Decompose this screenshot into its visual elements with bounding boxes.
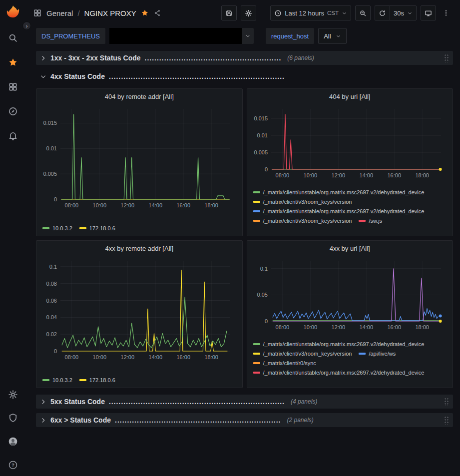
legend-item[interactable]: /_matrix/client/r0/sync: [253, 360, 316, 367]
dashboard-row-4xx[interactable]: 4xx Status Code ........................…: [36, 69, 453, 83]
sidebar-item-dashboards[interactable]: [8, 82, 18, 92]
legend-label: /sw.js: [369, 217, 382, 224]
breadcrumb-folder[interactable]: General: [46, 9, 73, 17]
legend-item[interactable]: /_matrix/client/v3/room_keys/version: [253, 217, 352, 224]
user-avatar-icon: [8, 437, 18, 447]
panel-title[interactable]: 404 by uri [All]: [247, 89, 453, 104]
svg-text:10:00: 10:00: [303, 172, 317, 178]
svg-text:10:00: 10:00: [93, 202, 107, 208]
legend-item[interactable]: 10.0.3.2: [42, 377, 72, 384]
dashboard-content: 1xx - 3xx - 2xx Status Code ............…: [26, 50, 460, 476]
refresh-button[interactable]: [375, 5, 390, 20]
time-range-picker[interactable]: Last 12 hours CST: [270, 5, 351, 20]
row-title: 5xx Status Code: [50, 398, 105, 406]
gear-icon: [8, 390, 18, 400]
sidebar-item-alerting[interactable]: [8, 131, 18, 141]
sidebar-item-explore[interactable]: [8, 106, 18, 116]
request-host-variable-label[interactable]: request_host: [266, 28, 314, 44]
legend-item[interactable]: 172.18.0.6: [79, 377, 115, 384]
legend-label: /_matrix/client/unstable/org.matrix.msc2…: [263, 369, 425, 376]
svg-text:0.04: 0.04: [46, 314, 57, 320]
kebab-vertical-icon: [442, 9, 450, 17]
legend-item[interactable]: /_matrix/client/unstable/org.matrix.msc2…: [253, 341, 425, 348]
svg-text:0.01: 0.01: [46, 145, 57, 151]
favorite-star-icon[interactable]: [141, 9, 149, 17]
sidebar-item-server-admin[interactable]: [8, 413, 18, 423]
sidebar-expand-button[interactable]: ›: [22, 21, 31, 30]
row-title: 1xx - 3xx - 2xx Status Code: [50, 54, 141, 62]
legend-color-marker: [253, 201, 260, 203]
apps-grid-icon[interactable]: [33, 8, 42, 17]
row-drag-handle[interactable]: [444, 397, 449, 406]
row-leader-dots: ........................................…: [109, 72, 285, 80]
legend-color-marker: [253, 362, 260, 364]
panel-legend: 10.0.3.2172.18.0.6: [36, 212, 242, 236]
user-profile-button[interactable]: [8, 437, 18, 447]
panel-404-by-remote-addr: 404 by remote addr [All] 08:0010:0012:00…: [36, 88, 243, 236]
row-drag-handle[interactable]: [444, 416, 449, 425]
panel-title[interactable]: 4xx by uri [All]: [247, 241, 453, 256]
row-drag-handle[interactable]: [444, 53, 449, 62]
legend-color-marker: [42, 379, 49, 381]
panel-legend: /_matrix/client/unstable/org.matrix.msc2…: [247, 182, 453, 236]
svg-text:0: 0: [264, 166, 267, 172]
legend-item[interactable]: /_matrix/client/v3/room_keys/version: [253, 198, 352, 205]
svg-text:08:00: 08:00: [65, 354, 79, 360]
refresh-interval-label: 30s: [394, 9, 404, 17]
chevron-down-icon: [407, 10, 413, 16]
save-dashboard-button[interactable]: [221, 5, 237, 20]
panel-legend: /_matrix/client/unstable/org.matrix.msc2…: [247, 334, 453, 388]
zoom-out-button[interactable]: [355, 5, 371, 20]
legend-label: /_matrix/client/v3/room_keys/version: [263, 350, 352, 357]
sidebar-item-configuration[interactable]: [8, 390, 18, 400]
legend-item[interactable]: /_matrix/client/unstable/org.matrix.msc2…: [253, 369, 425, 376]
legend-item[interactable]: /sw.js: [359, 217, 382, 224]
svg-text:10:00: 10:00: [93, 354, 107, 360]
timezone-label: CST: [327, 10, 339, 16]
svg-text:08:00: 08:00: [65, 202, 79, 208]
grafana-logo[interactable]: [4, 4, 22, 22]
dashboard-row-1xx-3xx-2xx[interactable]: 1xx - 3xx - 2xx Status Code ............…: [36, 51, 453, 65]
chevron-right-icon: [40, 399, 46, 405]
timeseries-chart: 08:0010:0012:0014:0016:0018:0000.0050.01…: [247, 104, 453, 182]
legend-label: /_matrix/client/v3/room_keys/version: [263, 198, 352, 205]
svg-text:0.005: 0.005: [254, 149, 268, 155]
kebab-menu-button[interactable]: [440, 5, 452, 20]
legend-item[interactable]: /_matrix/client/v3/room_keys/version: [253, 350, 352, 357]
request-host-select[interactable]: All: [318, 28, 346, 44]
dashboard-submenu: DS_PROMETHEUS request_host All: [26, 26, 460, 50]
toolbar: Last 12 hours CST 30s: [221, 5, 452, 20]
tv-mode-button[interactable]: [421, 5, 436, 20]
panel-title[interactable]: 404 by remote addr [All]: [36, 89, 242, 104]
chevron-right-icon: [40, 55, 46, 61]
panel-title[interactable]: 4xx by remote addr [All]: [36, 241, 242, 256]
compass-icon: [8, 106, 18, 116]
sidebar-item-starred[interactable]: [8, 57, 18, 67]
legend-item[interactable]: 172.18.0.6: [79, 225, 115, 232]
refresh-interval-dropdown[interactable]: 30s: [390, 5, 417, 20]
sidebar: ›: [0, 0, 26, 476]
datasource-select[interactable]: [109, 28, 254, 44]
row-leader-dots: ........................................…: [145, 54, 282, 62]
shield-icon: [8, 413, 18, 423]
datasource-variable-label[interactable]: DS_PROMETHEUS: [36, 28, 105, 44]
legend-item[interactable]: /api/live/ws: [359, 350, 396, 357]
share-icon[interactable]: [153, 9, 161, 17]
legend-item[interactable]: 10.0.3.2: [42, 225, 72, 232]
panel-grid: 404 by remote addr [All] 08:0010:0012:00…: [36, 88, 453, 388]
legend-item[interactable]: /_matrix/client/unstable/org.matrix.msc2…: [253, 189, 425, 196]
legend-item[interactable]: /_matrix/client/unstable/org.matrix.msc2…: [253, 208, 425, 215]
help-button[interactable]: ?: [8, 460, 18, 470]
dashboard-row-6xx[interactable]: 6xx > Status Code ......................…: [36, 413, 453, 427]
dashboard-settings-button[interactable]: [241, 5, 256, 20]
legend-label: 10.0.3.2: [52, 377, 72, 384]
legend-label: /_matrix/client/unstable/org.matrix.msc2…: [263, 341, 425, 348]
dashboard-row-5xx[interactable]: 5xx Status Code ........................…: [36, 395, 453, 409]
search-button[interactable]: [8, 33, 18, 43]
svg-text:0.05: 0.05: [257, 292, 267, 298]
row-leader-dots: ........................................…: [115, 416, 281, 424]
gear-icon: [245, 9, 252, 17]
legend-color-marker: [79, 379, 86, 381]
timeseries-chart: 08:0010:0012:0014:0016:0018:0000.0050.01…: [36, 104, 242, 212]
svg-text:18:00: 18:00: [415, 172, 429, 178]
